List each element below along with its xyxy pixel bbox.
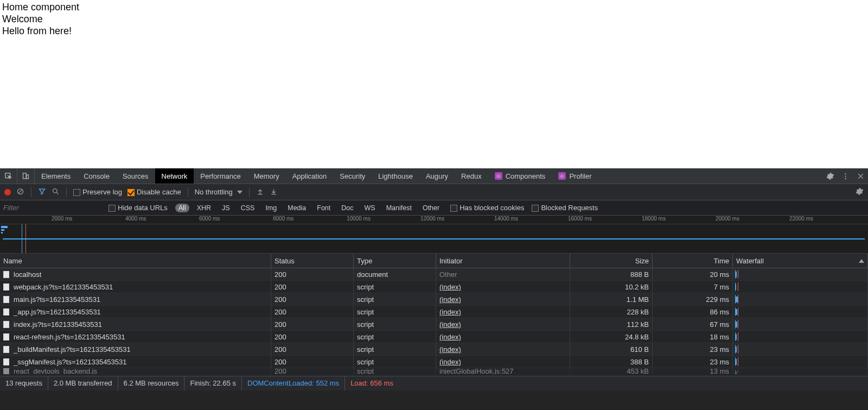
network-settings-icon[interactable] bbox=[856, 187, 864, 197]
tab-augury[interactable]: Augury bbox=[419, 168, 455, 184]
blocked-requests-checkbox[interactable]: Blocked Requests bbox=[532, 204, 598, 212]
pill-img[interactable]: Img bbox=[262, 204, 280, 212]
cell-time: 20 ms bbox=[653, 268, 733, 280]
cell-time: 18 ms bbox=[653, 331, 733, 343]
cell-size: 24.8 kB bbox=[570, 331, 653, 343]
cell-name: react_devtools_backend.js bbox=[14, 368, 97, 375]
inspect-element-icon[interactable] bbox=[0, 168, 17, 184]
device-toolbar-icon[interactable] bbox=[17, 168, 35, 184]
tab-console[interactable]: Console bbox=[77, 168, 116, 184]
has-blocked-label: Has blocked cookies bbox=[459, 204, 524, 212]
col-waterfall-label: Waterfall bbox=[736, 257, 764, 265]
disable-cache-checkbox[interactable]: Disable cache bbox=[127, 188, 181, 196]
cell-initiator[interactable]: (index) bbox=[439, 283, 461, 291]
throttling-select[interactable]: No throttling bbox=[195, 188, 242, 196]
file-icon bbox=[3, 271, 9, 278]
pill-xhr[interactable]: XHR bbox=[194, 204, 214, 212]
table-row[interactable]: react-refresh.js?ts=1621335453531200scri… bbox=[0, 331, 868, 343]
more-menu-icon[interactable] bbox=[838, 168, 853, 184]
settings-gear-icon[interactable] bbox=[822, 168, 838, 184]
timeline-tick: 20000 ms bbox=[716, 216, 739, 222]
cell-type: script bbox=[354, 293, 436, 305]
download-har-icon[interactable] bbox=[270, 187, 278, 197]
hide-data-urls-label: Hide data URLs bbox=[118, 204, 168, 212]
tab-elements[interactable]: Elements bbox=[35, 168, 77, 184]
status-requests: 13 requests bbox=[5, 376, 48, 390]
table-row[interactable]: _app.js?ts=1621335453531200script(index)… bbox=[0, 306, 868, 318]
pill-doc[interactable]: Doc bbox=[338, 204, 356, 212]
cell-waterfall bbox=[733, 281, 868, 293]
table-row[interactable]: _ssgManifest.js?ts=1621335453531200scrip… bbox=[0, 356, 868, 368]
col-status[interactable]: Status bbox=[271, 254, 354, 268]
upload-har-icon[interactable] bbox=[256, 187, 264, 197]
tab-components[interactable]: ⚛Components bbox=[488, 168, 552, 184]
timeline-overview[interactable] bbox=[0, 224, 868, 254]
filter-funnel-icon[interactable] bbox=[38, 187, 46, 197]
has-blocked-cookies-checkbox[interactable]: Has blocked cookies bbox=[450, 204, 524, 212]
search-icon[interactable] bbox=[52, 187, 60, 197]
tab-lighthouse[interactable]: Lighthouse bbox=[372, 168, 419, 184]
chevron-down-icon bbox=[237, 191, 242, 194]
cell-time: 86 ms bbox=[653, 306, 733, 318]
status-resources: 6.2 MB resources bbox=[118, 376, 185, 390]
cell-initiator[interactable]: (index) bbox=[439, 358, 461, 366]
pill-js[interactable]: JS bbox=[219, 204, 233, 212]
col-type[interactable]: Type bbox=[354, 254, 436, 268]
table-row[interactable]: webpack.js?ts=1621335453531200script(ind… bbox=[0, 281, 868, 293]
cell-name: react-refresh.js?ts=1621335453531 bbox=[14, 333, 125, 341]
svg-rect-1 bbox=[23, 173, 27, 178]
table-header[interactable]: Name Status Type Initiator Size Time Wat… bbox=[0, 254, 868, 268]
cell-initiator[interactable]: (index) bbox=[439, 320, 461, 329]
col-size[interactable]: Size bbox=[570, 254, 653, 268]
col-waterfall[interactable]: Waterfall bbox=[733, 254, 868, 268]
tab-security[interactable]: Security bbox=[333, 168, 372, 184]
tab-sources[interactable]: Sources bbox=[116, 168, 155, 184]
tab-redux[interactable]: Redux bbox=[455, 168, 488, 184]
tab-profiler[interactable]: ⚛Profiler bbox=[552, 168, 598, 184]
timeline-ruler[interactable]: 2000 ms4000 ms6000 ms8000 ms10000 ms1200… bbox=[0, 216, 868, 224]
filter-bar: Hide data URLs All XHR JS CSS Img Media … bbox=[0, 200, 868, 216]
cell-size: 112 kB bbox=[570, 318, 653, 330]
table-row[interactable]: react_devtools_backend.js200scriptinject… bbox=[0, 368, 868, 375]
table-row[interactable]: main.js?ts=1621335453531200script(index)… bbox=[0, 293, 868, 306]
tab-network[interactable]: Network bbox=[155, 168, 194, 184]
cell-initiator[interactable]: (index) bbox=[439, 295, 461, 304]
preserve-log-checkbox[interactable]: Preserve log bbox=[73, 188, 122, 196]
cell-type: document bbox=[354, 268, 436, 280]
pill-ws[interactable]: WS bbox=[361, 204, 379, 212]
hide-data-urls-checkbox[interactable]: Hide data URLs bbox=[108, 204, 168, 212]
pill-all[interactable]: All bbox=[175, 204, 189, 212]
cell-initiator[interactable]: (index) bbox=[439, 333, 461, 341]
tab-application[interactable]: Application bbox=[286, 168, 334, 184]
pill-css[interactable]: CSS bbox=[238, 204, 258, 212]
pill-other[interactable]: Other bbox=[419, 204, 443, 212]
cell-waterfall bbox=[733, 293, 868, 305]
page-line-3: Hello from here! bbox=[2, 25, 866, 37]
cell-initiator[interactable]: injectGlobalHook.js:527 bbox=[439, 368, 514, 375]
tab-performance[interactable]: Performance bbox=[194, 168, 247, 184]
timeline-tick: 4000 ms bbox=[125, 216, 146, 222]
timeline-tick: 16000 ms bbox=[568, 216, 592, 222]
clear-icon[interactable] bbox=[16, 187, 24, 197]
cell-initiator: Other bbox=[439, 270, 457, 279]
filter-input[interactable] bbox=[3, 204, 101, 212]
cell-initiator[interactable]: (index) bbox=[439, 308, 461, 316]
close-devtools-icon[interactable] bbox=[853, 168, 868, 184]
pill-media[interactable]: Media bbox=[284, 204, 309, 212]
table-row[interactable]: _buildManifest.js?ts=1621335453531200scr… bbox=[0, 343, 868, 356]
col-initiator[interactable]: Initiator bbox=[436, 254, 570, 268]
cell-waterfall bbox=[733, 343, 868, 355]
table-row[interactable]: index.js?ts=1621335453531200script(index… bbox=[0, 318, 868, 331]
col-time[interactable]: Time bbox=[653, 254, 733, 268]
file-icon bbox=[3, 333, 9, 340]
col-name[interactable]: Name bbox=[0, 254, 271, 268]
cell-initiator[interactable]: (index) bbox=[439, 345, 461, 354]
cell-size: 228 kB bbox=[570, 306, 653, 318]
record-button[interactable] bbox=[4, 189, 11, 195]
table-row[interactable]: localhost200documentOther888 B20 ms bbox=[0, 268, 868, 281]
pill-manifest[interactable]: Manifest bbox=[383, 204, 415, 212]
timeline-tick: 18000 ms bbox=[642, 216, 666, 222]
pill-font[interactable]: Font bbox=[314, 204, 334, 212]
tab-memory[interactable]: Memory bbox=[247, 168, 286, 184]
cell-time: 7 ms bbox=[653, 281, 733, 293]
